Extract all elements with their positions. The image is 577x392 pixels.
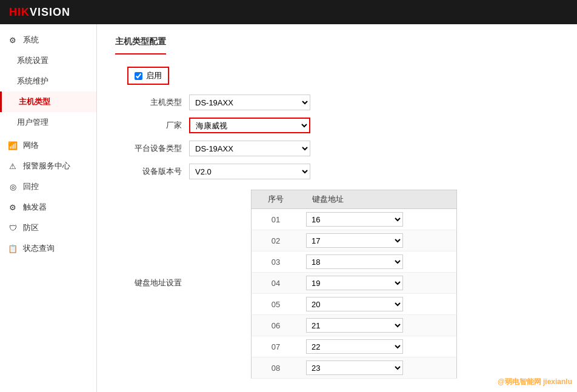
kbd-table-row: 01 16 [251,209,457,230]
status-icon: 📋 [7,243,18,254]
host-type-label: 主机类型 [127,97,182,108]
kbd-seq-06: 06 [252,321,300,330]
kbd-seq-03: 03 [252,257,300,267]
kbd-addr-select-01[interactable]: 16 [306,212,403,227]
sidebar-item-zone[interactable]: 🛡 防区 [0,218,96,238]
content-area: 主机类型配置 启用 主机类型 DS-19AXX 厂家 海康威视 [97,24,577,392]
sidebar-item-zone-label: 防区 [23,222,39,233]
sidebar-item-system-label: 系统 [23,35,39,45]
enable-checkbox-wrapper: 启用 [127,67,169,85]
kbd-addr-select-06[interactable]: 21 [306,318,403,333]
kbd-seq-08: 08 [252,364,300,373]
sidebar-item-host-type-label: 主机类型 [19,96,50,107]
kbd-table-row: 03 18 [251,251,457,273]
kbd-addr-row: 键盘地址设置 序号 键盘地址 01 16 02 17 [127,187,559,379]
sidebar-item-host-type[interactable]: 主机类型 [0,91,96,112]
form-section: 启用 主机类型 DS-19AXX 厂家 海康威视 平台设备类型 [115,67,559,379]
kbd-table-row: 02 17 [251,230,457,251]
kbd-addr-06: 21 [300,318,456,333]
platform-type-row: 平台设备类型 DS-19AXX [127,141,559,156]
manufacturer-label: 厂家 [127,120,182,131]
host-type-row: 主机类型 DS-19AXX [127,95,559,110]
kbd-addr-select-03[interactable]: 18 [306,254,403,269]
kbd-table-row: 06 21 [251,315,457,336]
kbd-addr-01: 16 [300,212,456,227]
sidebar-item-trigger[interactable]: ⚙ 触发器 [0,197,96,218]
kbd-addr-select-04[interactable]: 19 [306,276,403,290]
host-type-select[interactable]: DS-19AXX [189,95,310,110]
kbd-table-row: 05 20 [251,294,457,315]
platform-type-label: 平台设备类型 [127,143,182,154]
kbd-addr-select-07[interactable]: 22 [306,339,403,354]
sidebar-item-alarm-service-label: 报警服务中心 [23,161,70,171]
manufacturer-select[interactable]: 海康威视 [189,118,310,133]
sidebar-item-system-maintenance[interactable]: 系统维护 [0,71,96,91]
device-version-select[interactable]: V2.0 [189,164,310,179]
kbd-seq-05: 05 [252,300,300,309]
enable-label: 启用 [146,70,162,81]
kbd-seq-04: 04 [252,279,300,288]
sidebar-item-user-management[interactable]: 用户管理 [0,112,96,133]
trigger-icon: ⚙ [7,202,18,213]
sidebar-item-system-maintenance-label: 系统维护 [17,76,48,87]
wifi-icon: 📶 [7,140,18,151]
kbd-addr-05: 20 [300,297,456,311]
sidebar-item-system-settings[interactable]: 系统设置 [0,50,96,71]
logo: HIKVISION [9,6,70,19]
kbd-table-header: 序号 键盘地址 [251,190,457,209]
sidebar-item-remote-label: 回控 [23,181,39,192]
shield-icon: 🛡 [7,222,18,233]
platform-type-select[interactable]: DS-19AXX [189,141,310,156]
kbd-addr-select-08[interactable]: 23 [306,360,403,375]
gear-icon: ⚙ [7,35,18,45]
kbd-header-seq: 序号 [252,194,300,205]
enable-row: 启用 [127,67,559,85]
logo-hik: HIK [9,6,30,18]
kbd-header-addr: 键盘地址 [300,194,456,205]
kbd-addr-07: 22 [300,339,456,354]
kbd-addr-08: 23 [300,360,456,375]
logo-vision: VISION [30,6,70,18]
sidebar-item-user-management-label: 用户管理 [17,117,48,128]
sidebar-item-status-label: 状态查询 [23,243,55,254]
sidebar-item-remote[interactable]: ◎ 回控 [0,176,96,197]
kbd-table-row: 08 23 [251,357,457,379]
sidebar-item-status[interactable]: 📋 状态查询 [0,238,96,259]
page-title: 主机类型配置 [115,36,166,55]
device-version-label: 设备版本号 [127,166,182,177]
sidebar: ⚙ 系统 系统设置 系统维护 主机类型 用户管理 📶 网络 ⚠ 报警服务中心 [0,24,97,392]
sidebar-section-system: ⚙ 系统 系统设置 系统维护 主机类型 用户管理 [0,27,96,135]
sidebar-item-network-label: 网络 [23,140,39,151]
device-version-row: 设备版本号 V2.0 [127,164,559,179]
kbd-table-row: 04 19 [251,273,457,294]
sidebar-item-network[interactable]: 📶 网络 [0,135,96,156]
sidebar-item-trigger-label: 触发器 [23,202,47,213]
kbd-addr-select-05[interactable]: 20 [306,297,403,311]
kbd-address-table: 序号 键盘地址 01 16 02 17 03 [251,190,457,379]
kbd-addr-04: 19 [300,276,456,290]
manufacturer-row: 厂家 海康威视 [127,118,559,133]
kbd-seq-02: 02 [252,236,300,245]
sidebar-item-system-settings-label: 系统设置 [17,55,48,66]
remote-icon: ◎ [7,181,18,192]
sidebar-item-system[interactable]: ⚙ 系统 [0,30,96,50]
kbd-addr-02: 17 [300,233,456,248]
kbd-seq-01: 01 [252,215,300,224]
main-layout: ⚙ 系统 系统设置 系统维护 主机类型 用户管理 📶 网络 ⚠ 报警服务中心 [0,24,577,392]
kbd-seq-07: 07 [252,342,300,351]
alarm-icon: ⚠ [7,161,18,171]
sidebar-item-alarm-service[interactable]: ⚠ 报警服务中心 [0,156,96,176]
kbd-addr-select-02[interactable]: 17 [306,233,403,248]
kbd-table-row: 07 22 [251,336,457,357]
app-header: HIKVISION [0,0,577,24]
kbd-addr-label: 键盘地址设置 [127,277,182,288]
kbd-rows-container: 01 16 02 17 03 18 04 [251,209,457,379]
kbd-addr-03: 18 [300,254,456,269]
enable-checkbox[interactable] [135,72,142,80]
